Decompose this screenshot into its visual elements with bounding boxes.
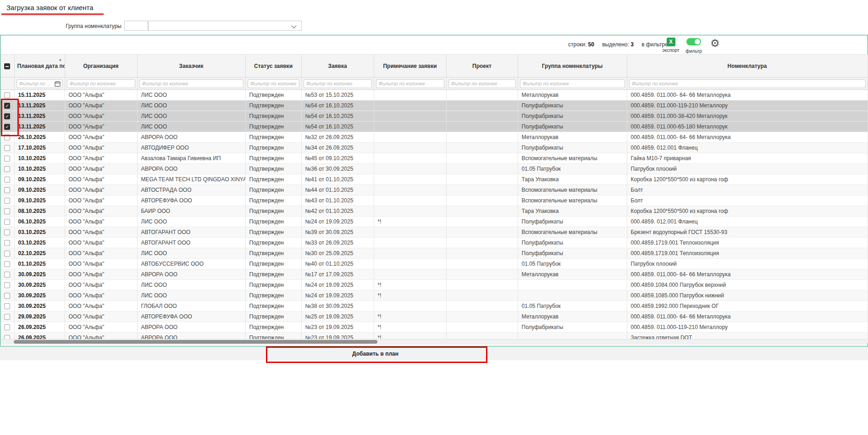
cell-nomenclature: Патрубок плоский — [627, 259, 868, 269]
table-row[interactable]: 10.10.2025ООО "Альфа"Авзалова Тамара Гив… — [0, 153, 868, 164]
cell-order: №54 от 16.10.2025 — [301, 111, 374, 122]
cell-group: Полуфабрикаты — [518, 238, 627, 248]
table-row[interactable]: 06.10.2025ООО "Альфа"ЛИС ОООПодтвержден№… — [0, 217, 868, 227]
column-header-group[interactable]: Группа номенклатуры — [518, 55, 627, 78]
cell-customer: ЛИС ООО — [137, 290, 245, 301]
filter-input-customer[interactable] — [139, 79, 243, 88]
row-checkbox[interactable] — [4, 219, 10, 225]
table-row[interactable]: ✓13.11.2025ООО "Альфа"ЛИС ОООПодтвержден… — [0, 100, 868, 111]
filter-input-nomenclature[interactable] — [629, 79, 866, 88]
row-checkbox[interactable] — [4, 156, 10, 162]
table-row[interactable]: 17.10.2025ООО "Альфа"АВТОДИФЕР ОООПодтве… — [0, 143, 868, 153]
row-checkbox[interactable] — [4, 208, 10, 214]
cell-group: Тара Упаковка — [518, 174, 627, 185]
column-header-status[interactable]: Статус заявки — [245, 55, 301, 78]
cell-status: Подтвержден — [245, 301, 301, 312]
column-header-project[interactable]: Проект — [446, 55, 518, 78]
column-header-note[interactable]: Примечание заявки — [374, 55, 446, 78]
filter-input-org[interactable] — [67, 79, 135, 88]
table-row[interactable]: 30.09.2025ООО "Альфа"ГЛОБАЛ ОООПодтвержд… — [0, 301, 868, 312]
column-header-org[interactable]: Организация — [65, 55, 137, 78]
row-checkbox[interactable] — [4, 282, 10, 288]
table-row[interactable]: 01.10.2025ООО "Альфа"АВТОБУССЕРВИС ОООПо… — [0, 259, 868, 269]
row-checkbox[interactable] — [4, 166, 10, 172]
column-header-date[interactable]: Плановая дата поставки▼ — [14, 55, 65, 78]
filter-input-group[interactable] — [520, 79, 625, 88]
table-row[interactable]: 30.09.2025ООО "Альфа"ЛИС ОООПодтвержден№… — [0, 290, 868, 301]
cell-status: Подтвержден — [245, 238, 301, 248]
horizontal-scrollbar[interactable] — [1, 339, 867, 345]
table-row[interactable]: 03.10.2025ООО "Альфа"АВТОГАРАНТ ОООПодтв… — [0, 227, 868, 238]
filter-toggle[interactable] — [686, 38, 701, 45]
table-row[interactable]: 10.10.2025ООО "Альфа"АВРОРА ОООПодтвержд… — [0, 164, 868, 174]
scrollbar-thumb[interactable] — [14, 340, 377, 344]
add-to-plan-button[interactable]: Добавить в план — [267, 347, 483, 360]
table-row[interactable]: 09.10.2025ООО "Альфа"MEGA TEAM TECH LTD … — [0, 174, 868, 185]
group-code-input[interactable] — [124, 21, 148, 31]
select-all-checkbox[interactable] — [4, 63, 10, 69]
table-row[interactable]: ✓13.11.2025ООО "Альфа"ЛИС ОООПодтвержден… — [0, 122, 868, 132]
table-row[interactable]: 02.10.2025ООО "Альфа"ЛИС ОООПодтвержден№… — [0, 248, 868, 259]
column-header-customer[interactable]: Заказчик — [137, 55, 245, 78]
row-checkbox[interactable]: ✓ — [4, 124, 10, 130]
cell-project — [446, 132, 518, 143]
row-checkbox[interactable] — [4, 324, 10, 330]
cell-date: 30.09.2025 — [14, 290, 65, 301]
table-row[interactable]: ✓13.11.2025ООО "Альфа"ЛИС ОООПодтвержден… — [0, 111, 868, 122]
table-row[interactable]: 26.10.2025ООО "Альфа"АВРОРА ОООПодтвержд… — [0, 132, 868, 143]
cell-note — [374, 90, 446, 100]
cell-org: ООО "Альфа" — [65, 312, 137, 322]
export-icon[interactable]: X — [667, 38, 675, 46]
table-row[interactable]: 09.10.2025ООО "Альфа"АВТОРЕФУФА ОООПодтв… — [0, 195, 868, 206]
filter-input-order[interactable] — [304, 79, 372, 88]
cell-note: *! — [374, 322, 446, 333]
row-checkbox[interactable] — [4, 177, 10, 183]
row-checkbox[interactable] — [4, 314, 10, 320]
row-checkbox[interactable] — [4, 92, 10, 98]
cell-date: 30.09.2025 — [14, 269, 65, 280]
cell-status: Подтвержден — [245, 174, 301, 185]
table-row[interactable]: 08.10.2025ООО "Альфа"БАИР ОООПодтвержден… — [0, 206, 868, 217]
filter-input-status[interactable] — [248, 79, 299, 88]
row-checkbox[interactable] — [4, 240, 10, 246]
row-checkbox-cell — [0, 312, 14, 322]
cell-order: №36 от 30.09.2025 — [301, 164, 374, 174]
row-checkbox[interactable] — [4, 198, 10, 204]
column-header-order[interactable]: Заявка — [301, 55, 374, 78]
table-row[interactable]: 30.09.2025ООО "Альфа"АВРОРА ОООПодтвержд… — [0, 269, 868, 280]
cell-note — [374, 122, 446, 132]
row-checkbox[interactable] — [4, 251, 10, 257]
filter-input-project[interactable] — [448, 79, 516, 88]
table-row[interactable]: 15.11.2025ООО "Альфа"ЛИС ОООПодтвержден№… — [0, 90, 868, 100]
cell-group: 01.05 Патрубок — [518, 259, 627, 269]
row-checkbox[interactable] — [4, 272, 10, 278]
column-header-nomenclature[interactable]: Номенклатура — [627, 55, 868, 78]
row-checkbox[interactable] — [4, 303, 10, 309]
cell-status: Подтвержден — [245, 195, 301, 206]
row-checkbox[interactable] — [4, 134, 10, 140]
cell-org: ООО "Альфа" — [65, 248, 137, 259]
row-checkbox[interactable] — [4, 293, 10, 299]
table-row[interactable]: 29.09.2025ООО "Альфа"АВТОРЕФУФА ОООПодтв… — [0, 312, 868, 322]
calendar-icon[interactable] — [55, 81, 61, 87]
row-checkbox[interactable]: ✓ — [4, 113, 10, 119]
cell-project — [446, 301, 518, 312]
cell-date: 29.09.2025 — [14, 312, 65, 322]
table-row[interactable]: 30.09.2025ООО "Альфа"ЛИС ОООПодтвержден№… — [0, 280, 868, 290]
filter-input-note[interactable] — [376, 79, 444, 88]
selected-count-value: 3 — [630, 41, 634, 48]
table-body: 15.11.2025ООО "Альфа"ЛИС ОООПодтвержден№… — [0, 90, 868, 343]
group-select[interactable] — [148, 21, 302, 31]
row-checkbox[interactable] — [4, 145, 10, 151]
row-checkbox[interactable]: ✓ — [4, 103, 10, 109]
cell-order: №39 от 30.09.2025 — [301, 227, 374, 238]
table-row[interactable]: 09.10.2025ООО "Альфа"АВТОСТРАДА ОООПодтв… — [0, 185, 868, 195]
table-row[interactable]: 26.09.2025ООО "Альфа"АВРОРА ОООПодтвержд… — [0, 322, 868, 333]
table-row[interactable]: 03.10.2025ООО "Альфа"АВТОГАРАНТ ОООПодтв… — [0, 238, 868, 248]
row-checkbox[interactable] — [4, 229, 10, 235]
cell-org: ООО "Альфа" — [65, 90, 137, 100]
row-checkbox[interactable] — [4, 261, 10, 267]
row-checkbox[interactable] — [4, 187, 10, 193]
cell-date: 17.10.2025 — [14, 143, 65, 153]
gear-icon[interactable]: ⚙ — [710, 38, 720, 49]
